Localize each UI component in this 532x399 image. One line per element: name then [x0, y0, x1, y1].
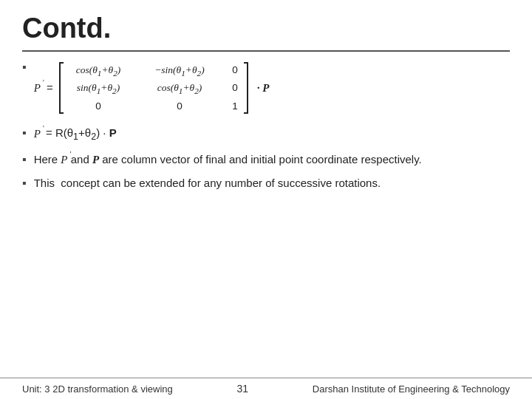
bullet-marker: ▪ [22, 153, 27, 166]
cell-32: 0 [146, 98, 213, 115]
cell-12: −sin(θ1+θ2) [146, 62, 213, 80]
bullet-marker: ▪ [22, 61, 27, 74]
bullet-4-content: This concept can be extended for any num… [34, 175, 381, 192]
list-item: ▪ This concept can be extended for any n… [22, 175, 510, 192]
bullet-marker: ▪ [22, 126, 27, 140]
cell-13: 0 [228, 62, 242, 80]
here-p-bold: P [92, 154, 99, 166]
header: Contd. [0, 0, 532, 50]
cell-22: cos(θ1+θ2) [146, 80, 213, 98]
list-item: ▪ Here P' and P are column vector of fin… [22, 151, 510, 168]
bullet-marker: ▪ [22, 177, 27, 190]
p-prime-eq2: P' [34, 126, 41, 143]
matrix-row-3: 0 0 1 [65, 98, 242, 115]
matrix-row-2: sin(θ1+θ2) cos(θ1+θ2) 0 [65, 80, 242, 98]
bullet-list: ▪ P' = cos(θ1+θ2) −sin(θ1+θ2) [22, 59, 510, 192]
eq2-equals: = R(θ1+θ2) · P [43, 125, 117, 144]
eq-equals: = [44, 80, 56, 97]
footer-institute: Darshan Institute of Engineering & Techn… [313, 383, 510, 395]
footer-page-number: 31 [237, 383, 249, 395]
list-item: ▪ P' = cos(θ1+θ2) −sin(θ1+θ2) [22, 59, 510, 117]
matrix-row-1: cos(θ1+θ2) −sin(θ1+θ2) 0 [65, 62, 242, 80]
page-title: Contd. [22, 13, 510, 44]
cell-31: 0 [65, 98, 132, 115]
matrix-bracket-left [59, 62, 64, 114]
cell-33: 1 [228, 98, 242, 115]
list-item: ▪ P' = R(θ1+θ2) · P [22, 125, 510, 144]
matrix-wrapper: cos(θ1+θ2) −sin(θ1+θ2) 0 sin(θ1+θ2) cos(… [59, 62, 248, 115]
cell-23: 0 [228, 80, 242, 98]
content-area: ▪ P' = cos(θ1+θ2) −sin(θ1+θ2) [0, 52, 532, 378]
footer-unit: Unit: 3 2D transformation & viewing [22, 383, 173, 395]
matrix-cells: cos(θ1+θ2) −sin(θ1+θ2) 0 sin(θ1+θ2) cos(… [65, 62, 242, 115]
p-prime-var: P' [34, 80, 41, 97]
matrix-bracket-right [244, 62, 248, 114]
matrix-equation: P' = cos(θ1+θ2) −sin(θ1+θ2) 0 [34, 62, 270, 115]
footer: Unit: 3 2D transformation & viewing 31 D… [0, 378, 532, 399]
cell-21: sin(θ1+θ2) [65, 80, 132, 98]
bullet-2-content: P' = R(θ1+θ2) · P [34, 125, 117, 144]
dot-p-label: · P [254, 80, 269, 97]
page: Contd. ▪ P' = cos(θ1+θ2) [0, 0, 532, 399]
cell-11: cos(θ1+θ2) [65, 62, 132, 80]
here-p-prime: P' [61, 151, 67, 168]
bullet-1-content: P' = cos(θ1+θ2) −sin(θ1+θ2) 0 [34, 59, 270, 117]
bullet-3-content: Here P' and P are column vector of final… [34, 151, 422, 168]
